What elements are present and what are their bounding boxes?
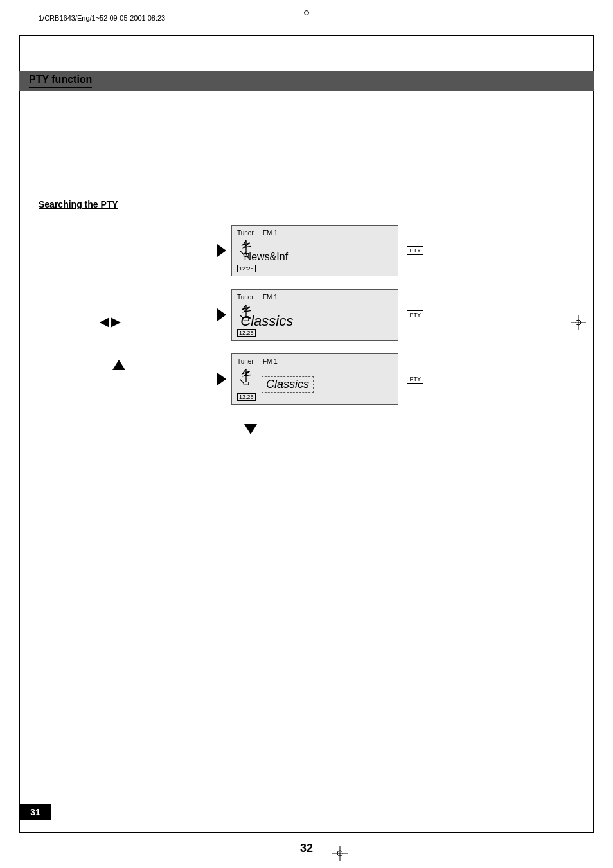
pty-badge-1: PTY [407, 246, 423, 255]
lr-arrows: ◀▶ [100, 315, 123, 329]
page-border-right [593, 35, 594, 833]
pty-badge-2: PTY [407, 310, 423, 319]
tuner-label-1: Tuner [237, 229, 254, 236]
time-label-2: 12:25 [237, 329, 256, 337]
subsection-heading: Searching the PTY [39, 199, 118, 209]
page-number: 31 [30, 807, 40, 817]
main-text-2: Classics [240, 313, 293, 330]
page-border-bottom [19, 832, 594, 833]
antenna-icon-3 [237, 363, 255, 385]
crosshair-circle [304, 10, 309, 15]
tuner-label-2: Tuner [237, 294, 254, 301]
bottom-page-number: 32 [300, 842, 313, 855]
fm-label-1: FM 1 [263, 229, 278, 236]
screen-2-container: Tuner FM 1 Classics 12:25 PTY [231, 289, 398, 341]
section-title: PTY function [29, 74, 92, 88]
inner-vline-right [574, 35, 574, 833]
main-text-3: Classics [262, 376, 314, 393]
pty-badge-3: PTY [407, 375, 423, 384]
time-label-3: 12:25 [237, 393, 256, 401]
down-arrow-icon [244, 424, 257, 434]
bottom-crosshair-icon [332, 846, 348, 861]
up-arrow-icon [112, 360, 125, 370]
bottom-page-num: 32 [300, 842, 313, 855]
header-crosshair [300, 6, 313, 19]
screen-1-container: Tuner FM 1 News&Inf 12:25 PTY [231, 225, 398, 276]
crosshair-icon [300, 6, 313, 19]
display-panel-2: Tuner FM 1 Classics 12:25 PTY [231, 289, 398, 341]
right-crosshair-icon [571, 315, 586, 330]
page-number-box: 31 [19, 804, 51, 820]
main-text-1: News&Inf [244, 251, 288, 263]
subsection-title: Searching the PTY [39, 199, 118, 209]
svg-rect-8 [244, 382, 248, 385]
tuner-label-3: Tuner [237, 358, 254, 365]
play-arrow-2 [217, 308, 226, 321]
bottom-crosshair [332, 846, 348, 863]
fm-label-2: FM 1 [263, 294, 278, 301]
display-panel-3: Tuner FM 1 Classics 12:25 PTY [231, 353, 398, 405]
screen-3-container: Tuner FM 1 Classics 12:25 PTY [231, 353, 398, 405]
inner-vline-left [39, 35, 39, 833]
time-label-1: 12:25 [237, 265, 256, 272]
display-panel-1: Tuner FM 1 News&Inf 12:25 PTY [231, 225, 398, 276]
page-border-left [19, 35, 20, 833]
section-title-bar: PTY function [19, 71, 594, 91]
page-border-top [19, 35, 594, 36]
header-text: 1/CRB1643/Eng/1~52 09-05-2001 08:23 [39, 14, 165, 22]
fm-label-3: FM 1 [263, 358, 278, 365]
play-arrow-3 [217, 373, 226, 385]
play-arrow-1 [217, 244, 226, 257]
right-crosshair [571, 315, 586, 332]
